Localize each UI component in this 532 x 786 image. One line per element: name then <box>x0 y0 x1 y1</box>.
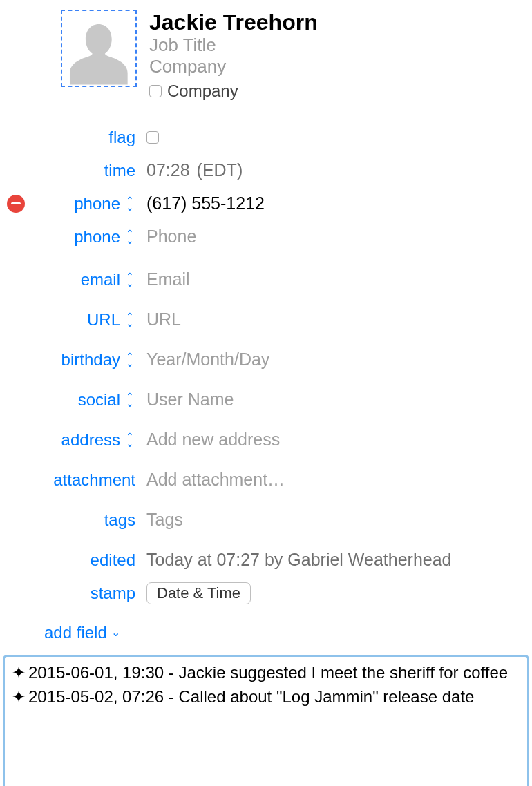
row-phone-1: phone ⌃⌄ (617) 555-1212 <box>41 189 525 218</box>
label-phone-1[interactable]: phone <box>74 194 120 213</box>
avatar-placeholder[interactable] <box>61 10 137 87</box>
field-type-selector-icon[interactable]: ⌃⌄ <box>124 313 135 327</box>
tags-placeholder[interactable]: Tags <box>146 510 183 530</box>
row-time: time 07:28 (EDT) <box>7 156 525 185</box>
row-stamp: stamp Date & Time <box>7 579 525 608</box>
phone-placeholder-2[interactable]: Phone <box>146 227 196 247</box>
stamp-button[interactable]: Date & Time <box>146 582 251 604</box>
field-type-selector-icon[interactable]: ⌃⌄ <box>124 433 135 447</box>
contact-card: Jackie Treehorn Job Title Company Compan… <box>0 0 532 642</box>
company-checkbox-label: Company <box>167 82 238 101</box>
birthday-placeholder[interactable]: Year/Month/Day <box>146 349 269 370</box>
label-birthday[interactable]: birthday <box>61 350 120 370</box>
time-value: 07:28 <box>146 160 190 180</box>
social-placeholder[interactable]: User Name <box>146 390 234 410</box>
label-phone-2[interactable]: phone <box>74 227 120 247</box>
add-field-button[interactable]: add field ⌄ <box>44 623 120 642</box>
url-placeholder[interactable]: URL <box>146 309 181 329</box>
label-stamp: stamp <box>91 584 135 603</box>
email-placeholder[interactable]: Email <box>146 269 190 289</box>
row-email: email ⌃⌄ Email <box>7 265 525 294</box>
row-attachment: attachment Add attachment… <box>7 466 525 495</box>
time-tz: (EDT) <box>197 160 243 180</box>
label-address[interactable]: address <box>61 430 120 450</box>
contact-name[interactable]: Jackie Treehorn <box>149 11 318 35</box>
chevron-down-icon: ⌄ <box>111 626 120 639</box>
attachment-placeholder[interactable]: Add attachment… <box>146 470 285 490</box>
note-bullet-icon: ✦ <box>12 685 26 709</box>
field-type-selector-icon[interactable]: ⌃⌄ <box>124 273 135 287</box>
row-flag: flag <box>7 123 525 152</box>
company-field[interactable]: Company <box>149 56 318 77</box>
row-tags: tags Tags <box>7 506 525 535</box>
field-type-selector-icon[interactable]: ⌃⌄ <box>124 393 135 407</box>
phone-value-1[interactable]: (617) 555-1212 <box>146 193 265 213</box>
label-edited: edited <box>91 550 135 570</box>
label-time[interactable]: time <box>104 161 135 180</box>
address-placeholder[interactable]: Add new address <box>146 430 280 450</box>
note-line: ✦ 2015-06-01, 19:30 - Jackie suggested I… <box>12 661 520 685</box>
label-attachment[interactable]: attachment <box>53 470 135 490</box>
label-tags[interactable]: tags <box>104 510 135 530</box>
note-text: 2015-06-01, 19:30 - Jackie suggested I m… <box>28 661 520 685</box>
edited-value: Today at 07:27 by Gabriel Weatherhead <box>146 550 452 570</box>
row-birthday: birthday ⌃⌄ Year/Month/Day <box>7 345 525 374</box>
row-phone-2: phone ⌃⌄ Phone <box>7 222 525 251</box>
label-url[interactable]: URL <box>87 310 120 329</box>
company-checkbox[interactable] <box>149 85 162 97</box>
person-silhouette-icon <box>64 15 133 86</box>
note-bullet-icon: ✦ <box>12 661 26 685</box>
row-edited: edited Today at 07:27 by Gabriel Weather… <box>7 546 525 575</box>
note-text: 2015-05-02, 07:26 - Called about "Log Ja… <box>28 685 520 709</box>
note-line: ✦ 2015-05-02, 07:26 - Called about "Log … <box>12 685 520 709</box>
add-field-label: add field <box>44 623 107 642</box>
remove-phone-button[interactable] <box>7 195 25 213</box>
field-type-selector-icon[interactable]: ⌃⌄ <box>124 230 135 244</box>
job-title-field[interactable]: Job Title <box>149 35 318 56</box>
field-list: flag time 07:28 (EDT) phone ⌃⌄ (617) 555… <box>7 123 525 608</box>
label-social[interactable]: social <box>78 390 120 410</box>
row-social: social ⌃⌄ User Name <box>7 385 525 414</box>
notes-textarea[interactable]: ✦ 2015-06-01, 19:30 - Jackie suggested I… <box>3 655 529 786</box>
label-email[interactable]: email <box>81 270 120 289</box>
contact-header: Jackie Treehorn Job Title Company Compan… <box>7 7 525 105</box>
flag-checkbox[interactable] <box>146 131 159 144</box>
row-address: address ⌃⌄ Add new address <box>7 425 525 454</box>
field-type-selector-icon[interactable]: ⌃⌄ <box>124 197 135 211</box>
row-url: URL ⌃⌄ URL <box>7 305 525 334</box>
field-type-selector-icon[interactable]: ⌃⌄ <box>124 353 135 367</box>
label-flag[interactable]: flag <box>108 128 135 147</box>
